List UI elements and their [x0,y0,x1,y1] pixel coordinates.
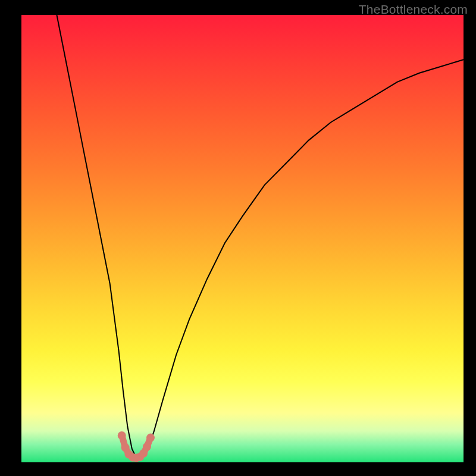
trough-marker-dot [118,431,126,440]
plot-area [21,15,464,462]
trough-markers [118,431,155,462]
chart-frame: TheBottleneck.com [0,0,476,476]
trough-marker-dot [146,434,155,442]
bottleneck-curve [57,15,464,458]
trough-marker-dot [143,443,151,451]
curve-layer [21,15,464,462]
watermark-label: TheBottleneck.com [359,2,468,17]
